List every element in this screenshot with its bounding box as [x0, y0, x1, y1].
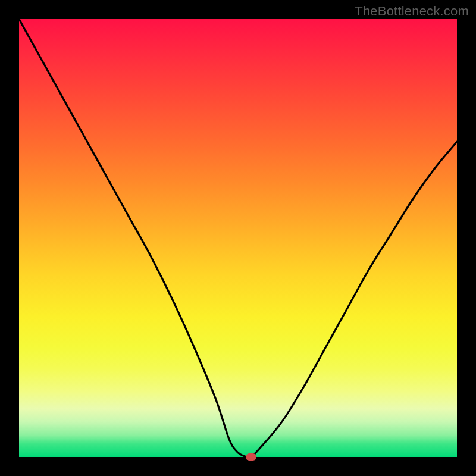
plot-area [19, 19, 457, 457]
watermark-text: TheBottleneck.com [355, 4, 469, 19]
bottleneck-curve [19, 19, 457, 457]
optimal-point-marker [246, 453, 256, 461]
chart-stage: TheBottleneck.com [0, 0, 476, 476]
